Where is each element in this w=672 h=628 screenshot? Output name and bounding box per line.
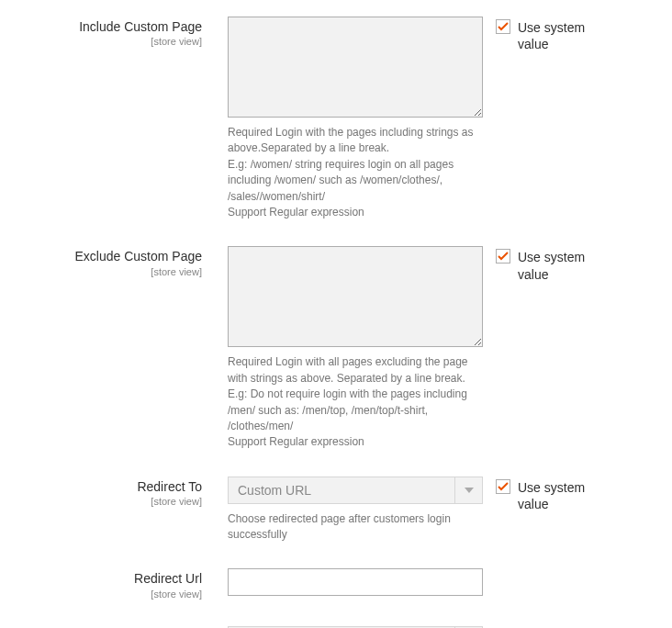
exclude-custom-page-textarea[interactable] [228,246,483,347]
scope-redirect-url: [store view] [0,588,202,600]
check-icon [498,252,509,261]
label-exclude-custom-page: Exclude Custom Page [0,248,202,264]
use-system-value-label-exclude: Use system value [518,249,619,282]
row-redirect-url: Redirect Url [store view] [0,568,672,600]
help-redirect-to: Choose redirected page after customers l… [228,511,483,544]
include-custom-page-textarea[interactable] [228,17,483,118]
scope-include-custom-page: [store view] [0,35,202,48]
row-exclude-custom-page: Exclude Custom Page [store view] Require… [0,246,672,450]
use-system-value-checkbox-redirect-to[interactable] [496,479,510,494]
row-include-custom-page: Include Custom Page [store view] Require… [0,17,672,220]
scope-redirect-to: [store view] [0,495,202,508]
redirect-url-input[interactable] [228,568,483,596]
use-system-value-checkbox-include[interactable] [496,19,510,34]
help-exclude-custom-page: Required Login with all pages excluding … [228,354,483,450]
label-redirect-to: Redirect To [0,478,202,495]
use-system-value-label-redirect-to: Use system value [518,479,619,512]
check-icon [498,482,509,491]
redirect-to-select[interactable]: Custom URL [228,477,483,504]
row-redirect-to: Redirect To [store view] Custom URL Choo… [0,477,672,544]
use-system-value-label-include: Use system value [518,19,619,52]
redirect-to-value: Custom URL [229,477,454,503]
check-icon [498,22,509,31]
help-include-custom-page: Required Login with the pages including … [228,125,483,220]
chevron-down-icon [465,488,474,493]
label-include-custom-page: Include Custom Page [0,18,202,35]
scope-exclude-custom-page: [store view] [0,265,202,278]
use-system-value-checkbox-exclude[interactable] [496,249,510,264]
label-redirect-url: Redirect Url [0,570,202,587]
redirect-to-arrow [454,477,482,503]
